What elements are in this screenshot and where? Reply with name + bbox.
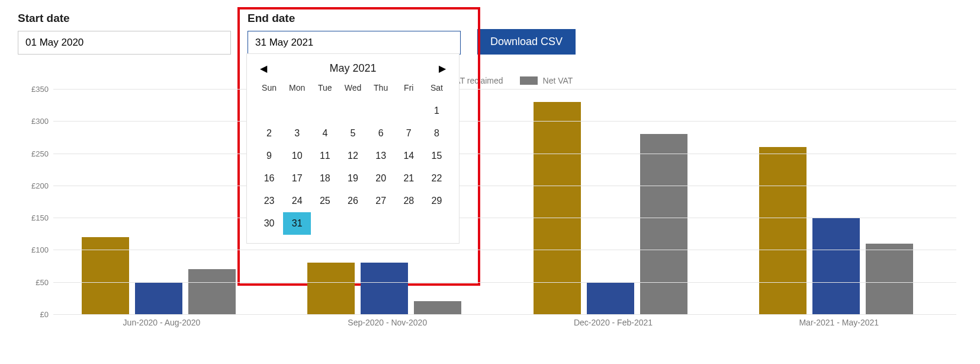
legend-item-net[interactable]: Net VAT (520, 76, 573, 85)
calendar-day[interactable]: 8 (423, 122, 451, 145)
end-date-input[interactable] (248, 31, 461, 55)
x-tick-label: Sep-2020 - Nov-2020 (348, 318, 427, 327)
calendar-day[interactable]: 11 (311, 145, 339, 167)
download-csv-button[interactable]: Download CSV (477, 29, 576, 55)
bar[interactable] (414, 301, 461, 314)
calendar-weekday: Fri (395, 78, 423, 100)
y-tick-label: £300 (18, 117, 49, 126)
calendar-weekday: Sat (423, 78, 451, 100)
calendar-day[interactable]: 24 (283, 190, 311, 212)
calendar-weekday: Mon (283, 78, 311, 100)
plot-area (53, 89, 956, 314)
calendar-prev-icon[interactable]: ◀ (260, 63, 267, 74)
calendar-empty-cell (339, 100, 367, 122)
calendar-day[interactable]: 30 (255, 212, 283, 235)
y-tick-label: £350 (18, 85, 49, 94)
bar[interactable] (82, 237, 129, 314)
bar[interactable] (759, 147, 807, 314)
calendar-day[interactable]: 28 (395, 190, 423, 212)
start-date-label: Start date (18, 12, 231, 25)
x-tick-label: Jun-2020 - Aug-2020 (123, 318, 201, 327)
y-tick-label: £150 (18, 213, 49, 222)
bar-group (759, 147, 913, 314)
bar[interactable] (135, 282, 182, 314)
controls-row: Start date End date Download CSV (18, 12, 962, 55)
calendar-day[interactable]: 16 (255, 167, 283, 190)
bar-group (307, 263, 461, 314)
calendar-month-label[interactable]: May 2021 (329, 62, 376, 75)
calendar-empty-cell (367, 100, 395, 122)
y-tick-label: £0 (18, 310, 49, 319)
calendar-day[interactable]: 1 (423, 100, 451, 122)
end-date-label: End date (248, 12, 461, 25)
calendar-day[interactable]: 13 (367, 145, 395, 167)
chart: £0£50£100£150£200£250£300£350 Jun-2020 -… (18, 89, 962, 332)
chart-legend: Total VAT reclaimed Net VAT (18, 76, 962, 85)
calendar-day[interactable]: 21 (395, 167, 423, 190)
y-tick-label: £100 (18, 245, 49, 254)
x-tick-label: Mar-2021 - May-2021 (799, 318, 879, 327)
bar[interactable] (361, 263, 408, 314)
calendar-weekday: Wed (339, 78, 367, 100)
bar[interactable] (587, 282, 634, 314)
calendar-day[interactable]: 7 (395, 122, 423, 145)
calendar-day[interactable]: 4 (311, 122, 339, 145)
x-axis-labels: Jun-2020 - Aug-2020Sep-2020 - Nov-2020De… (53, 315, 956, 332)
calendar-next-icon[interactable]: ▶ (439, 63, 446, 74)
end-date-field: End date (248, 12, 461, 55)
calendar-day[interactable]: 15 (423, 145, 451, 167)
calendar-day[interactable]: 31 (283, 212, 311, 235)
bar[interactable] (866, 244, 913, 314)
calendar-empty-cell (283, 100, 311, 122)
y-tick-label: £200 (18, 181, 49, 190)
calendar-day[interactable]: 14 (395, 145, 423, 167)
bar[interactable] (307, 263, 355, 314)
calendar-weekday: Tue (311, 78, 339, 100)
calendar-day[interactable]: 9 (255, 145, 283, 167)
legend-swatch-net (520, 76, 538, 85)
calendar-day[interactable]: 29 (423, 190, 451, 212)
calendar-day[interactable]: 5 (339, 122, 367, 145)
start-date-input[interactable] (18, 31, 231, 55)
calendar-day[interactable]: 17 (283, 167, 311, 190)
bar[interactable] (188, 269, 236, 314)
x-tick-label: Dec-2020 - Feb-2021 (574, 318, 653, 327)
calendar-empty-cell (311, 100, 339, 122)
y-tick-label: £250 (18, 149, 49, 158)
calendar-day[interactable]: 6 (367, 122, 395, 145)
calendar-popup: ◀ May 2021 ▶ SunMonTueWedThuFriSat 12345… (246, 53, 460, 244)
calendar-day[interactable]: 10 (283, 145, 311, 167)
calendar-empty-cell (255, 100, 283, 122)
calendar-day[interactable]: 19 (339, 167, 367, 190)
legend-label-net: Net VAT (543, 76, 573, 85)
calendar-weekday-row: SunMonTueWedThuFriSat (255, 78, 451, 100)
calendar-day[interactable]: 3 (283, 122, 311, 145)
bar[interactable] (640, 134, 687, 314)
calendar-day[interactable]: 23 (255, 190, 283, 212)
calendar-day[interactable]: 12 (339, 145, 367, 167)
bar[interactable] (812, 218, 860, 314)
calendar-day[interactable]: 27 (367, 190, 395, 212)
calendar-day[interactable]: 22 (423, 167, 451, 190)
calendar-weekday: Sun (255, 78, 283, 100)
y-tick-label: £50 (18, 277, 49, 286)
calendar-day[interactable]: 26 (339, 190, 367, 212)
bar-group (82, 237, 236, 314)
calendar-weekday: Thu (367, 78, 395, 100)
calendar-day[interactable]: 18 (311, 167, 339, 190)
calendar-days-grid: 1234567891011121314151617181920212223242… (255, 100, 451, 235)
start-date-field: Start date (18, 12, 231, 55)
calendar-day[interactable]: 25 (311, 190, 339, 212)
calendar-day[interactable]: 2 (255, 122, 283, 145)
calendar-empty-cell (395, 100, 423, 122)
calendar-day[interactable]: 20 (367, 167, 395, 190)
